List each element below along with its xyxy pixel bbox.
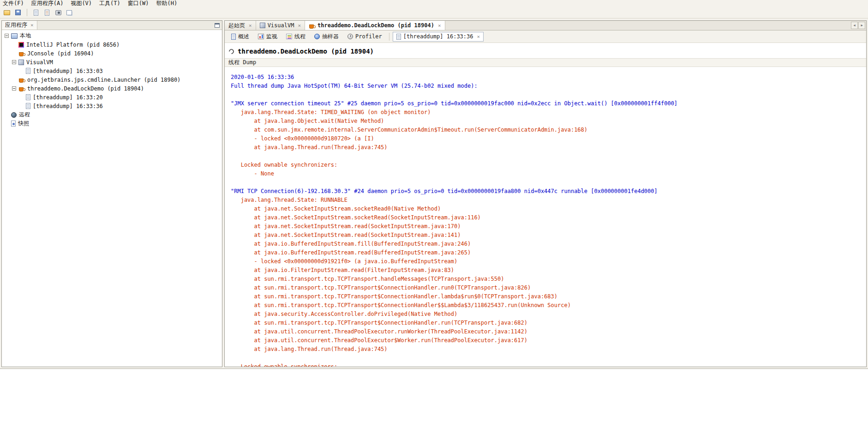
dump-line: at sun.rmi.transport.tcp.TCPTransport$Co… [231, 301, 866, 310]
view-tab[interactable]: [threaddump] 16:33:36× [393, 32, 484, 42]
document-tab[interactable]: VisualVM× [256, 21, 305, 30]
dump-line: at java.lang.Thread.run(Thread.java:745) [231, 143, 866, 152]
view-tab[interactable]: Profiler [344, 32, 386, 42]
open-snapshot-button[interactable] [2, 8, 12, 17]
view-tab[interactable]: 概述 [227, 32, 253, 42]
close-tab-icon[interactable]: × [298, 23, 301, 28]
dump-line [231, 354, 866, 362]
compare-snapshots-button[interactable] [64, 8, 74, 17]
take-heap-dump-icon [45, 10, 49, 16]
threaddump-icon [26, 103, 30, 109]
take-heap-dump-button[interactable] [42, 8, 52, 17]
tab-scroll-controls: ◀ ▶ [851, 21, 866, 30]
view-toolbar-separator [389, 33, 389, 41]
overview-icon [231, 34, 236, 40]
tree-item[interactable]: [threaddump] 16:33:03 [2, 66, 222, 75]
applications-panel-tab[interactable]: 应用程序 × [2, 21, 37, 30]
computer-icon [11, 33, 18, 39]
dump-line [231, 178, 866, 187]
open-snapshot-icon [4, 10, 10, 15]
scroll-tabs-right-button[interactable]: ▶ [858, 22, 865, 29]
tree-item[interactable]: 快照 [2, 119, 222, 128]
take-snapshot-button[interactable] [53, 8, 63, 17]
menubar-item-4[interactable]: 窗口(W) [128, 0, 149, 7]
intellij-icon [18, 42, 24, 48]
dump-line: at java.io.BufferedInputStream.read(Buff… [231, 248, 866, 257]
tree-item-label: 远程 [19, 111, 30, 119]
tree-item[interactable]: org.jetbrains.jps.cmdline.Launcher (pid … [2, 75, 222, 84]
applications-panel: 应用程序 × 本地IntelliJ Platform (pid 8656)JCo… [1, 20, 222, 367]
view-toolbar: 概述监视线程抽样器Profiler[threaddump] 16:33:36× [225, 30, 866, 43]
close-view-icon[interactable]: × [477, 34, 480, 39]
tree-item[interactable]: JConsole (pid 16904) [2, 49, 222, 58]
dump-line: at java.lang.Thread.run(Thread.java:745) [231, 345, 866, 354]
page-title: threaddemo.DeadLockDemo (pid 18904) [238, 48, 374, 55]
dump-line: at java.net.SocketInputStream.socketRead… [231, 213, 866, 222]
app-status-icon [228, 48, 235, 55]
dump-line: at java.io.FilterInputStream.read(Filter… [231, 266, 866, 275]
view-tab[interactable]: 监视 [254, 32, 281, 42]
view-tab-label: Profiler [355, 33, 382, 40]
view-tab-label: 概述 [238, 33, 249, 41]
threads-icon [286, 34, 292, 39]
threaddump-icon [396, 34, 401, 40]
dump-line: at java.util.concurrent.ThreadPoolExecut… [231, 327, 866, 336]
collapse-expander-icon[interactable] [12, 86, 16, 91]
page-heading: threaddemo.DeadLockDemo (pid 18904) [225, 43, 866, 58]
tree-item-label: IntelliJ Platform (pid 8656) [26, 42, 120, 48]
tree-item-label: [threaddump] 16:33:36 [33, 103, 103, 109]
view-tab-label: 监视 [266, 33, 277, 41]
dump-line: - locked <0x00000000d91921f0> (a java.io… [231, 257, 866, 266]
application-page: threaddemo.DeadLockDemo (pid 18904) 线程 D… [225, 43, 866, 367]
menubar-item-3[interactable]: 工具(T) [99, 0, 120, 7]
dump-line: at java.util.concurrent.ThreadPoolExecut… [231, 336, 866, 345]
menubar-item-2[interactable]: 视图(V) [71, 0, 92, 7]
workspace: 应用程序 × 本地IntelliJ Platform (pid 8656)JCo… [0, 18, 868, 368]
dump-line: "JMX server connection timeout 25" #25 d… [231, 99, 866, 108]
take-snapshot-icon [55, 10, 61, 15]
close-tab-icon[interactable]: × [249, 23, 252, 28]
tree-item[interactable]: VisualVM [2, 58, 222, 66]
document-tab[interactable]: threaddemo.DeadLockDemo (pid 18904)× [305, 21, 445, 30]
collapse-expander-icon[interactable] [12, 60, 16, 64]
menubar-item-5[interactable]: 帮助(H) [156, 0, 177, 7]
close-tab-icon[interactable]: × [438, 23, 441, 28]
remote-icon [11, 112, 17, 118]
tree-item-label: VisualVM [26, 59, 53, 66]
collapse-expander-icon[interactable] [5, 34, 9, 38]
tree-item[interactable]: [threaddump] 16:33:36 [2, 102, 222, 110]
content-panel: 起始页×VisualVM×threaddemo.DeadLockDemo (pi… [224, 20, 867, 367]
applications-panel-title: 应用程序 [5, 21, 27, 29]
dump-line: at com.sun.jmx.remote.internal.ServerCom… [231, 126, 866, 134]
compare-snapshots-icon [66, 10, 72, 15]
tree-item[interactable]: 本地 [2, 31, 222, 40]
dump-line [231, 91, 866, 99]
tree-item[interactable]: IntelliJ Platform (pid 8656) [2, 40, 222, 49]
view-tab[interactable]: 线程 [282, 32, 309, 42]
dump-line: 2020-01-05 16:33:36 [231, 73, 866, 82]
java-icon [18, 85, 25, 91]
dump-line: at sun.rmi.transport.tcp.TCPTransport$Co… [231, 319, 866, 327]
scroll-tabs-left-button[interactable]: ◀ [851, 22, 858, 29]
java-icon [18, 50, 25, 56]
tree-item[interactable]: 远程 [2, 110, 222, 119]
tree-item-label: [threaddump] 16:33:03 [33, 68, 103, 74]
dump-line: at java.io.BufferedInputStream.fill(Buff… [231, 240, 866, 248]
save-snapshot-button[interactable] [13, 8, 23, 17]
view-tab[interactable]: 抽样器 [311, 32, 342, 42]
menubar-item-1[interactable]: 应用程序(A) [31, 0, 64, 7]
menubar-item-0[interactable]: 文件(F) [3, 0, 24, 7]
toolbar-separator [27, 9, 27, 16]
tab-label: threaddemo.DeadLockDemo (pid 18904) [317, 22, 434, 29]
dump-line: java.lang.Thread.State: TIMED_WAITING (o… [231, 108, 866, 117]
minimize-panel-icon[interactable] [215, 23, 220, 28]
sampler-icon [314, 34, 320, 39]
tree-item-label: threaddemo.DeadLockDemo (pid 18904) [27, 85, 144, 92]
take-thread-dump-button[interactable] [31, 8, 41, 17]
tree-item[interactable]: threaddemo.DeadLockDemo (pid 18904) [2, 84, 222, 93]
close-panel-icon[interactable]: × [30, 23, 34, 28]
section-title: 线程 Dump [228, 59, 256, 66]
dump-line: at java.security.AccessController.doPriv… [231, 310, 866, 319]
tree-item[interactable]: [threaddump] 16:33:20 [2, 93, 222, 102]
document-tab[interactable]: 起始页× [225, 21, 256, 30]
